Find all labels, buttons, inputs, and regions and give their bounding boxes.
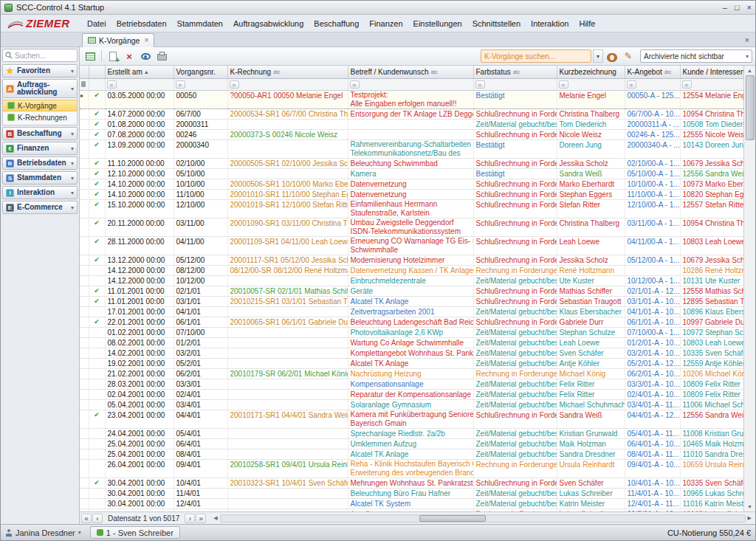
cell-k-rechnung[interactable]: 20000373-S 00246 Nicole Weisz <box>227 129 348 139</box>
cell-kunde[interactable]: 12554 Melanie Engel <box>680 90 743 108</box>
table-row[interactable]: ✔14.10.2000 00:0010/10/0020000506-SR1 10… <box>80 179 743 189</box>
cell-kurzbezeichnung[interactable]: Nicole Weisz <box>557 129 625 139</box>
cell-vorgangsnr[interactable]: 10/10/00 <box>173 179 227 189</box>
tabbar-close-icon[interactable]: × <box>745 35 749 44</box>
row-check-cell[interactable] <box>89 449 105 459</box>
filter-operator-button[interactable]: = <box>627 80 636 89</box>
cell-vorgangsnr[interactable]: 12/4/01 <box>173 498 227 509</box>
row-indicator-cell[interactable] <box>80 255 89 265</box>
cell-k-rechnung[interactable] <box>227 168 348 179</box>
sidebar-section-e-commerce[interactable]: EE-Commerce▾ <box>2 201 78 214</box>
cell-kunde[interactable]: 10143 Doreen Jung <box>680 139 743 158</box>
scroll-down-icon[interactable]: ▼ <box>747 502 752 511</box>
column-header-vorgangsnr[interactable]: Vorgangsnr. <box>173 66 227 78</box>
cell-farbstatus[interactable]: Zeit/Material gebucht/bes... <box>473 449 557 459</box>
row-check-cell[interactable]: ✔ <box>89 478 105 488</box>
cell-k-rechnung[interactable] <box>227 119 348 129</box>
cell-k-angebot[interactable]: 04/11/00-A - 1... <box>625 236 680 255</box>
menu-item-finanzen[interactable]: Finanzen <box>364 17 408 30</box>
cell-k-rechnung[interactable]: ?00050-AR1 00050 Melanie Engel <box>227 90 348 108</box>
row-indicator-cell[interactable] <box>80 129 89 139</box>
cell-erstellt-am[interactable]: 12.10.2000 00:00 <box>105 168 173 179</box>
cell-farbstatus[interactable]: Zeit/Material gebucht/bes... <box>473 399 557 410</box>
table-row[interactable]: 05.04.2001 00:0003/4/01Solaranlage Gymna… <box>80 399 743 410</box>
cell-kurzbezeichnung[interactable]: Melanie Engel <box>557 90 625 108</box>
filter-cell-betreff-kundenwunsch[interactable]: = <box>348 78 473 90</box>
cell-erstellt-am[interactable]: 01.08.2000 00:00 <box>105 119 173 129</box>
cell-k-rechnung[interactable] <box>227 327 348 337</box>
row-indicator-cell[interactable] <box>80 286 89 296</box>
table-row[interactable]: ✔20.11.2000 00:0003/11/0020001090-SR1 03… <box>80 218 743 236</box>
print-button[interactable] <box>154 49 169 63</box>
filter-operator-button[interactable]: = <box>230 80 239 89</box>
row-indicator-cell[interactable] <box>80 139 89 158</box>
cell-kurzbezeichnung[interactable]: Leah Loewe <box>557 236 625 255</box>
cell-kurzbezeichnung[interactable]: Doreen Jung <box>557 139 625 158</box>
cell-kunde[interactable]: 10997 Gabriele Durr <box>680 317 743 327</box>
row-check-cell[interactable]: ✔ <box>89 286 105 296</box>
cell-betreff[interactable]: Geräte <box>348 286 473 296</box>
cell-farbstatus[interactable]: Schlußrechnung in Forder... <box>473 478 557 488</box>
table-row[interactable]: 14.12.2000 00:0010/12/00Einbruchmeldezen… <box>80 275 743 286</box>
cell-erstellt-am[interactable]: 25.04.2001 00:00 <box>105 438 173 449</box>
search-dropdown-button[interactable]: ▼ <box>593 49 603 63</box>
table-row[interactable]: ✔11.10.2000 00:0002/10/0020000505-SR1 02… <box>80 158 743 168</box>
cell-vorgangsnr[interactable]: 00050 <box>173 90 227 108</box>
cell-k-rechnung[interactable]: 20010258-SR1 09/4/01 Ursula Reinhardt <box>227 459 348 478</box>
cell-erstellt-am[interactable]: 30.04.2001 00:00 <box>105 478 173 488</box>
cell-k-rechnung[interactable] <box>227 438 348 449</box>
cell-farbstatus[interactable]: Schlußrechnung in Forder... <box>473 410 557 428</box>
cell-kurzbezeichnung[interactable]: Sven Schäfer <box>557 478 625 488</box>
cell-kurzbezeichnung[interactable]: Stephan Schulze <box>557 327 625 337</box>
sidebar-section-interaktion[interactable]: IInteraktion▾ <box>2 186 78 199</box>
row-indicator-cell[interactable] <box>80 189 89 199</box>
row-indicator-cell[interactable] <box>80 438 89 449</box>
cell-k-rechnung[interactable] <box>227 379 348 389</box>
row-indicator-cell[interactable] <box>80 218 89 236</box>
cell-kurzbezeichnung[interactable]: Christina Thalberg <box>557 218 625 236</box>
cell-kurzbezeichnung[interactable]: Sandra Weiß <box>557 410 625 428</box>
cell-betreff[interactable]: Kamera <box>348 168 473 179</box>
cell-k-rechnung[interactable] <box>227 348 348 358</box>
cell-kunde[interactable]: 10973 Marko Eberhardt <box>680 179 743 189</box>
cell-k-rechnung[interactable]: 20000534-SR1 06/7/00 Christina Thalberg <box>227 108 348 119</box>
table-row[interactable]: ✔14.10.2000 00:0011/10/0020001010-SR1 11… <box>80 189 743 199</box>
cell-kunde[interactable]: 12557 Stefan Ritter <box>680 199 743 218</box>
cell-farbstatus[interactable]: Schlußrechnung in Forder... <box>473 108 557 119</box>
table-row[interactable]: 24.04.2001 00:0005/4/01Sprechanlage Ried… <box>80 428 743 438</box>
row-check-cell[interactable] <box>89 265 105 275</box>
cell-farbstatus[interactable]: Bestätigt <box>473 168 557 179</box>
cell-betreff[interactable]: Alcatel TK Anlage <box>348 449 473 459</box>
cell-k-angebot[interactable]: 10/12/00-A - 1... <box>625 275 680 286</box>
cell-k-rechnung[interactable] <box>227 306 348 317</box>
cell-vorgangsnr[interactable]: 02/1/01 <box>173 286 227 296</box>
cell-k-rechnung[interactable]: 20001109-SR1 04/11/00 Leah Loewe <box>227 236 348 255</box>
cell-betreff[interactable]: Entsorgung der TK Anlage LZB Deggendorf <box>348 108 473 119</box>
cell-kunde[interactable]: 10206 Michael König <box>680 368 743 379</box>
cell-farbstatus[interactable]: Zeit/Material gebucht/bes... <box>473 275 557 286</box>
minimize-button[interactable]: – <box>723 3 727 12</box>
row-check-cell[interactable] <box>89 438 105 449</box>
table-row[interactable]: ✔11.01.2001 00:0003/1/0120010215-SR1 03/… <box>80 296 743 306</box>
cell-k-angebot[interactable]: 03/2/01-A - 10... <box>625 348 680 358</box>
cell-kunde[interactable]: 12558 Mathias Schiffer <box>680 286 743 296</box>
cell-vorgangsnr[interactable]: 08/4/01 <box>173 449 227 459</box>
cell-erstellt-am[interactable]: 14.10.2000 00:00 <box>105 189 173 199</box>
cell-kunde[interactable]: 10820 Stephan Eggers <box>680 189 743 199</box>
cell-farbstatus[interactable]: Zeit/Material gebucht/bes... <box>473 428 557 438</box>
cell-farbstatus[interactable]: Rechnung in Forderungen <box>473 459 557 478</box>
table-row[interactable]: ✔11.01.2001 00:0002/1/0120010057-SR 02/1… <box>80 286 743 296</box>
cell-betreff[interactable]: Alcatel TK Anlage <box>348 358 473 368</box>
table-row[interactable]: ✔13.09.2000 00:0020000340Rahmenvereinbar… <box>80 139 743 158</box>
cell-farbstatus[interactable]: Schlußrechnung in Forder... <box>473 129 557 139</box>
row-indicator-cell[interactable] <box>80 498 89 509</box>
cell-vorgangsnr[interactable]: 00246 <box>173 129 227 139</box>
cell-erstellt-am[interactable]: 08.02.2001 00:00 <box>105 337 173 348</box>
cell-k-angebot[interactable]: 04/1/01-A - 10... <box>625 306 680 317</box>
cell-vorgangsnr[interactable]: 20000311 <box>173 119 227 129</box>
filter-cell-vorgangsnr[interactable]: = <box>173 78 227 90</box>
cell-k-angebot[interactable]: 05/12/00-A - 1... <box>625 255 680 265</box>
cell-kurzbezeichnung[interactable]: Sven Schäfer <box>557 348 625 358</box>
cell-k-angebot[interactable]: 00050-A - 125... <box>625 90 680 108</box>
cell-farbstatus[interactable]: Schlußrechnung in Forder... <box>473 236 557 255</box>
